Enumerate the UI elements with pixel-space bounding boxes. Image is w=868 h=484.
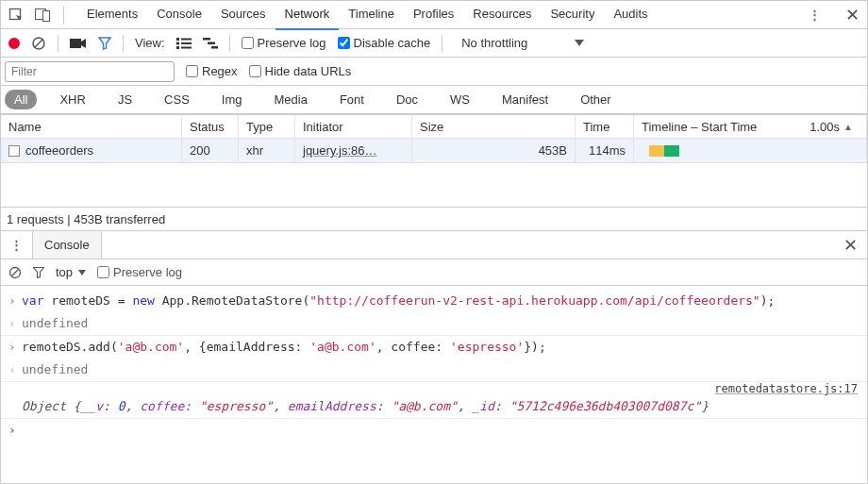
type-doc[interactable]: Doc [387, 90, 427, 109]
large-rows-icon[interactable] [176, 38, 192, 49]
console-log-line: Object {__v: 0, coffee: "espresso", emai… [1, 395, 867, 418]
col-status[interactable]: Status [182, 115, 239, 138]
more-icon[interactable]: ⋮ [799, 8, 830, 22]
throttling-select[interactable]: No throttling [461, 36, 584, 50]
record-button[interactable] [8, 38, 20, 49]
console-prompt[interactable]: › [1, 419, 867, 442]
table-row[interactable]: coffeeorders 200 xhr jquery.js:86… 453B … [1, 139, 867, 163]
cell-size: 453B [412, 139, 576, 162]
type-other[interactable]: Other [571, 90, 621, 109]
console-preserve-log-label: Preserve log [113, 265, 182, 279]
type-ws[interactable]: WS [441, 90, 479, 109]
col-name[interactable]: Name [1, 115, 182, 138]
col-time[interactable]: Time [576, 115, 634, 138]
tab-audits[interactable]: Audits [604, 0, 657, 30]
svg-rect-9 [181, 38, 192, 40]
type-css[interactable]: CSS [155, 90, 199, 109]
svg-rect-13 [208, 42, 215, 44]
svg-rect-5 [70, 39, 81, 48]
tab-elements[interactable]: Elements [77, 0, 147, 30]
drawer-tab-console[interactable]: Console [32, 231, 102, 259]
timeline-scale: 1.00s▲ [810, 120, 853, 134]
drawer-more-icon[interactable]: ⋮ [1, 238, 32, 252]
col-size[interactable]: Size [412, 115, 576, 138]
log-object[interactable]: Object {__v: 0, coffee: "espresso", emai… [22, 396, 860, 417]
separator-icon [229, 35, 230, 52]
filter-icon[interactable] [98, 37, 111, 50]
type-xhr[interactable]: XHR [50, 90, 94, 109]
svg-rect-12 [203, 38, 210, 41]
disable-cache-label: Disable cache [354, 36, 431, 50]
cell-initiator[interactable]: jquery.js:86… [295, 139, 412, 162]
type-all[interactable]: All [5, 90, 37, 109]
context-select[interactable]: top [56, 265, 86, 279]
col-timeline[interactable]: Timeline – Start Time 1.00s▲ [634, 115, 867, 138]
return-value: undefined [22, 313, 860, 334]
separator-icon [442, 35, 442, 52]
disable-cache-checkbox[interactable]: Disable cache [338, 36, 431, 50]
preserve-log-checkbox[interactable]: Preserve log [242, 36, 326, 50]
network-type-filter: All XHR JS CSS Img Media Font Doc WS Man… [1, 86, 867, 114]
regex-checkbox[interactable]: Regex [186, 64, 238, 78]
type-media[interactable]: Media [264, 90, 316, 109]
col-initiator[interactable]: Initiator [295, 115, 412, 138]
throttling-label: No throttling [461, 36, 527, 50]
svg-rect-14 [211, 46, 218, 49]
return-marker-icon: ‹ [8, 313, 22, 334]
svg-rect-10 [181, 42, 192, 44]
clear-console-icon[interactable] [8, 266, 22, 279]
tab-resources[interactable]: Resources [463, 0, 541, 30]
device-toggle-icon[interactable] [35, 8, 52, 22]
network-toolbar: View: Preserve log Disable cache No thro… [1, 29, 867, 58]
type-js[interactable]: JS [108, 90, 142, 109]
console-filter-icon[interactable] [33, 267, 44, 278]
separator-icon [63, 7, 64, 24]
inspect-icon[interactable] [8, 8, 24, 23]
separator-icon [123, 35, 124, 52]
cell-name: coffeeorders [1, 139, 182, 162]
svg-rect-11 [181, 46, 192, 48]
camera-icon[interactable] [70, 37, 87, 50]
filter-input[interactable] [5, 61, 175, 82]
input-marker-icon: › [8, 337, 22, 358]
col-type[interactable]: Type [239, 115, 295, 138]
prompt-marker-icon: › [8, 420, 22, 441]
console-preserve-log-checkbox[interactable]: Preserve log [97, 265, 182, 279]
context-label: top [56, 265, 73, 279]
tab-console[interactable]: Console [147, 0, 211, 30]
console-input-line: › remoteDS.add('a@b.com', {emailAddress:… [1, 336, 867, 359]
waterfall-view-icon[interactable] [203, 38, 218, 49]
tab-sources[interactable]: Sources [211, 0, 275, 30]
clear-icon[interactable] [31, 36, 46, 51]
timing-bar [649, 145, 679, 157]
hide-data-urls-checkbox[interactable]: Hide data URLs [249, 64, 352, 78]
tab-timeline[interactable]: Timeline [339, 0, 404, 30]
console[interactable]: › var remoteDS = new App.RemoteDataStore… [1, 286, 867, 445]
type-img[interactable]: Img [212, 90, 252, 109]
return-marker-icon: ‹ [8, 359, 22, 380]
tab-network[interactable]: Network [275, 0, 340, 30]
type-font[interactable]: Font [330, 90, 374, 109]
console-code: var remoteDS = new App.RemoteDataStore("… [22, 291, 860, 311]
cell-timeline [634, 139, 867, 162]
log-source-link[interactable]: remotedatastore.js:17 [1, 382, 867, 395]
preserve-log-label: Preserve log [258, 36, 326, 50]
drawer-close-icon[interactable]: ✕ [843, 235, 858, 256]
console-code: remoteDS.add('a@b.com', {emailAddress: '… [22, 337, 860, 358]
timing-download [664, 145, 679, 157]
console-return-line: ‹ undefined [1, 312, 867, 335]
chevron-down-icon [575, 40, 584, 46]
svg-rect-6 [176, 38, 179, 41]
svg-rect-2 [43, 10, 50, 21]
network-table: Name Status Type Initiator Size Time Tim… [1, 114, 867, 207]
drawer-tabbar: ⋮ Console ✕ [1, 231, 867, 259]
tab-security[interactable]: Security [541, 0, 604, 30]
tab-profiles[interactable]: Profiles [404, 0, 463, 30]
chevron-down-icon [78, 270, 86, 275]
hide-data-urls-label: Hide data URLs [265, 64, 352, 78]
console-toolbar: top Preserve log [1, 259, 867, 286]
close-icon[interactable]: ✕ [845, 5, 860, 25]
console-return-line: ‹ undefined [1, 359, 867, 381]
timeline-label: Timeline – Start Time [642, 120, 757, 134]
type-manifest[interactable]: Manifest [492, 90, 558, 109]
